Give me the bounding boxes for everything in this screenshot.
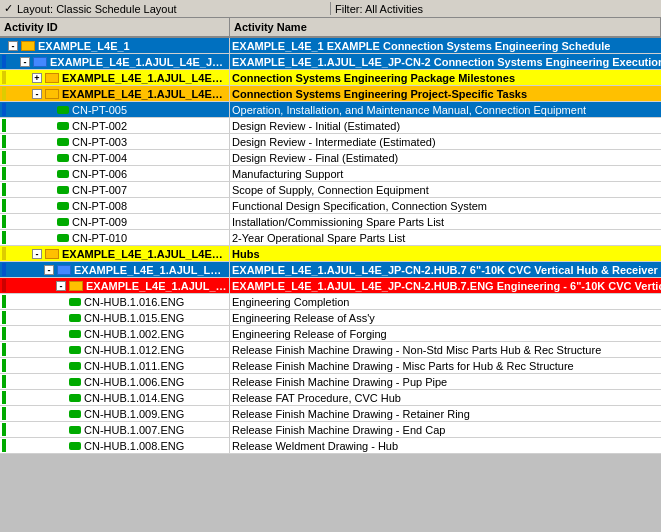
row-id-text: CN-PT-007 [72,184,127,196]
filter-section: Filter: All Activities [331,3,661,15]
row-name-cell: Connection Systems Engineering Project-S… [230,86,661,101]
row-name-cell: Release Finish Machine Drawing - Non-Std… [230,342,661,357]
row-name-cell: EXAMPLE_L4E_1.AJUL_L4E_JP-CN-2.HUB.7.ENG… [230,278,661,293]
row-id-cell: CN-PT-010 [0,230,230,245]
row-id-cell: -EXAMPLE_L4E_1.AJUL_L4E_JP-CN-2.HUB.7 [0,262,230,277]
table-row[interactable]: CN-HUB.1.002.ENGEngineering Release of F… [0,326,661,342]
task-icon [57,122,69,130]
row-id-text: EXAMPLE_L4E_1.AJUL_L4E_JP-CN-2.HUB [62,248,227,260]
task-icon [57,138,69,146]
row-id-cell: -EXAMPLE_L4E_1.AJUL_L4E_JP-CN-2 [0,54,230,69]
col-id-header: Activity ID [0,18,230,36]
table-row[interactable]: CN-HUB.1.008.ENGRelease Weldment Drawing… [0,438,661,454]
filter-label: Filter: All Activities [335,3,423,15]
table-row[interactable]: -EXAMPLE_L4E_1.AJUL_L4E_JP-CN-2.HUB.7.EN… [0,278,661,294]
row-name-cell: Release Finish Machine Drawing - Pup Pip… [230,374,661,389]
table-row[interactable]: CN-PT-004Design Review - Final (Estimate… [0,150,661,166]
row-name-cell: EXAMPLE_L4E_1.AJUL_L4E_JP-CN-2 Connectio… [230,54,661,69]
table-row[interactable]: CN-HUB.1.015.ENGEngineering Release of A… [0,310,661,326]
task-icon [57,170,69,178]
table-row[interactable]: CN-HUB.1.006.ENGRelease Finish Machine D… [0,374,661,390]
folder-icon [21,41,35,51]
table-header: Activity ID Activity Name [0,18,661,38]
row-id-cell: CN-HUB.1.002.ENG [0,326,230,341]
table-row[interactable]: CN-HUB.1.014.ENGRelease FAT Procedure, C… [0,390,661,406]
row-id-cell: -EXAMPLE_L4E_1 [0,38,230,53]
row-id-text: EXAMPLE_L4E_1.AJUL_L4E_JP-CN-2 [50,56,227,68]
task-icon [57,218,69,226]
task-icon [57,106,69,114]
folder-icon [69,281,83,291]
row-id-cell: CN-PT-003 [0,134,230,149]
row-name-cell: Engineering Completion [230,294,661,309]
task-icon [69,394,81,402]
table-row[interactable]: CN-PT-007Scope of Supply, Connection Equ… [0,182,661,198]
row-id-text: CN-HUB.1.016.ENG [84,296,184,308]
table-row[interactable]: CN-PT-008Functional Design Specification… [0,198,661,214]
row-id-cell: CN-HUB.1.016.ENG [0,294,230,309]
folder-icon [45,73,59,83]
table-row[interactable]: -EXAMPLE_L4E_1.AJUL_L4E_JP-CN-2.HUBHubs [0,246,661,262]
row-name-cell: Operation, Installation, and Maintenance… [230,102,661,117]
row-id-cell: CN-HUB.1.009.ENG [0,406,230,421]
table-row[interactable]: CN-HUB.1.011.ENGRelease Finish Machine D… [0,358,661,374]
task-icon [69,362,81,370]
layout-section: ✓ Layout: Classic Schedule Layout [0,2,331,15]
task-icon [69,426,81,434]
row-id-cell: CN-PT-008 [0,198,230,213]
row-name-cell: EXAMPLE_L4E_1 EXAMPLE Connection Systems… [230,38,661,53]
task-icon [69,330,81,338]
table-row[interactable]: CN-HUB.1.012.ENGRelease Finish Machine D… [0,342,661,358]
table-row[interactable]: CN-PT-0102-Year Operational Spare Parts … [0,230,661,246]
table-row[interactable]: -EXAMPLE_L4E_1.AJUL_L4E_JP-CN-2.PTConnec… [0,86,661,102]
row-name-cell: Functional Design Specification, Connect… [230,198,661,213]
task-icon [69,314,81,322]
row-name-cell: Release FAT Procedure, CVC Hub [230,390,661,405]
expand-button[interactable]: - [8,41,18,51]
table-row[interactable]: CN-PT-006Manufacturing Support [0,166,661,182]
expand-button[interactable]: - [32,249,42,259]
table-row[interactable]: CN-HUB.1.009.ENGRelease Finish Machine D… [0,406,661,422]
table-row[interactable]: CN-PT-003Design Review - Intermediate (E… [0,134,661,150]
table-row[interactable]: CN-PT-009Installation/Commissioning Spar… [0,214,661,230]
checkmark-icon: ✓ [4,2,13,15]
folder-icon [45,89,59,99]
row-id-cell: CN-HUB.1.012.ENG [0,342,230,357]
row-id-text: CN-PT-005 [72,104,127,116]
folder-blue-icon [33,57,47,67]
expand-button[interactable]: - [20,57,30,67]
row-id-text: CN-HUB.1.014.ENG [84,392,184,404]
row-id-text: CN-PT-010 [72,232,127,244]
table-row[interactable]: CN-PT-002Design Review - Initial (Estima… [0,118,661,134]
table-row[interactable]: -EXAMPLE_L4E_1EXAMPLE_L4E_1 EXAMPLE Conn… [0,38,661,54]
table-body[interactable]: -EXAMPLE_L4E_1EXAMPLE_L4E_1 EXAMPLE Conn… [0,38,661,532]
task-icon [69,442,81,450]
row-id-cell: CN-HUB.1.014.ENG [0,390,230,405]
task-icon [69,298,81,306]
table-row[interactable]: +EXAMPLE_L4E_1.AJUL_L4E_JP-CN-2.MSConnec… [0,70,661,86]
row-name-cell: Engineering Release of Ass'y [230,310,661,325]
row-id-cell: CN-PT-006 [0,166,230,181]
row-id-text: CN-HUB.1.007.ENG [84,424,184,436]
row-id-text: EXAMPLE_L4E_1.AJUL_L4E_JP-CN-2.HUB.7 [74,264,227,276]
expand-button[interactable]: - [44,265,54,275]
app-container: ✓ Layout: Classic Schedule Layout Filter… [0,0,661,532]
row-id-text: CN-PT-006 [72,168,127,180]
row-id-cell: -EXAMPLE_L4E_1.AJUL_L4E_JP-CN-2.PT [0,86,230,101]
row-id-text: EXAMPLE_L4E_1.AJUL_L4E_JP-CN-2.PT [62,88,227,100]
table-row[interactable]: -EXAMPLE_L4E_1.AJUL_L4E_JP-CN-2.HUB.7EXA… [0,262,661,278]
table-row[interactable]: CN-HUB.1.016.ENGEngineering Completion [0,294,661,310]
row-id-text: CN-HUB.1.008.ENG [84,440,184,452]
expand-button[interactable]: + [32,73,42,83]
row-name-cell: Connection Systems Engineering Package M… [230,70,661,85]
row-id-text: CN-HUB.1.009.ENG [84,408,184,420]
row-id-text: CN-HUB.1.006.ENG [84,376,184,388]
row-name-cell: Hubs [230,246,661,261]
table-row[interactable]: CN-HUB.1.007.ENGRelease Finish Machine D… [0,422,661,438]
row-id-text: CN-PT-008 [72,200,127,212]
table-row[interactable]: -EXAMPLE_L4E_1.AJUL_L4E_JP-CN-2EXAMPLE_L… [0,54,661,70]
row-id-text: CN-HUB.1.002.ENG [84,328,184,340]
table-row[interactable]: CN-PT-005Operation, Installation, and Ma… [0,102,661,118]
expand-button[interactable]: - [32,89,42,99]
expand-button[interactable]: - [56,281,66,291]
